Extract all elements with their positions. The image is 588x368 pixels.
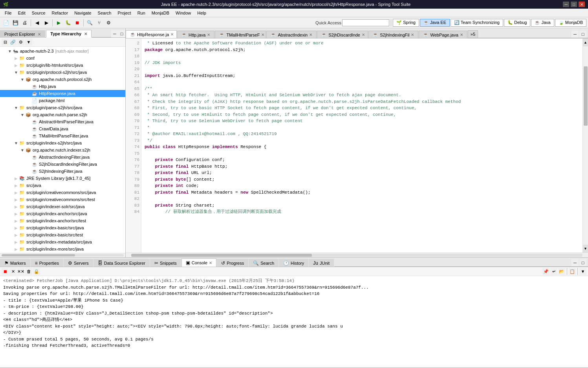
tree-item-httpresponse[interactable]: ▶ ☕ HttpResponse.java xyxy=(0,90,125,97)
tab-project-explorer[interactable]: Project Explorer ✕ xyxy=(0,30,45,38)
tree-item-parse[interactable]: ▼ 📁 src/plugin/parse-s2jh/src/java xyxy=(0,104,125,111)
toolbar-settings[interactable]: ⚙ xyxy=(104,18,113,27)
code-vscroll[interactable]: ▲ ▼ xyxy=(583,38,588,253)
maximize-button[interactable]: □ xyxy=(571,2,577,7)
tab-type-hierarchy-close[interactable]: ✕ xyxy=(84,32,87,36)
bottom-tab-markers[interactable]: ⚑ Markers xyxy=(0,259,30,267)
tree-item-conf[interactable]: ▶ 📁 conf xyxy=(0,55,125,62)
tree-item-cc-java[interactable]: ▶ 📁 src/plugin/creativecommons/src/java xyxy=(0,189,125,196)
editor-tab-tmall[interactable]: ☕ TMallHtmlParseF ✕ xyxy=(215,31,266,38)
bottom-tab-datasource[interactable]: 🗄 Data Source Explorer xyxy=(93,259,150,267)
menu-refactor[interactable]: Refactor xyxy=(49,10,71,16)
tab-project-explorer-close[interactable]: ✕ xyxy=(38,32,41,37)
bottom-tab-servers[interactable]: ⚙ Servers xyxy=(64,259,93,267)
tree-item-indexer-package[interactable]: ▼ 📦 org.apache.nutch.indexer.s2jh xyxy=(0,146,125,154)
editor-tab-webpage[interactable]: ☕ WebPage.java ✕ xyxy=(419,31,467,38)
menu-run[interactable]: Run xyxy=(134,10,148,16)
editor-tab-overflow[interactable]: »5 xyxy=(468,30,478,38)
tree-root[interactable]: ▼ 🐜 apache-nutch-2.3 [nutch-ajax master] xyxy=(0,48,125,55)
minimize-button[interactable]: ─ xyxy=(563,2,569,7)
bottom-tab-snippets[interactable]: ✂ Snippets xyxy=(150,259,181,267)
panel-menu-btn[interactable]: ▼ xyxy=(25,38,32,46)
tree-item-src-java[interactable]: ▶ 📁 src/java xyxy=(0,182,125,189)
tree-toggle-root[interactable]: ▼ xyxy=(7,48,13,54)
tree-item-package-s2jh[interactable]: ▼ 📦 org.apache.nutch.protocol.s2jh xyxy=(0,76,125,83)
tree-item-htmlunit[interactable]: ▶ 📁 src/plugin/lib-htmlunit/src/java xyxy=(0,62,125,69)
editor-tab-httpresponse-close[interactable]: ✕ xyxy=(170,32,174,37)
menu-edit[interactable]: Edit xyxy=(15,10,29,16)
tree-item-package-html[interactable]: ▶ 📄 package.html xyxy=(0,97,125,104)
tree-item-protocol[interactable]: ▼ 📁 src/plugin/protocol-s2jh/src/java xyxy=(0,69,125,76)
toolbar-new[interactable]: 📄 xyxy=(2,18,10,27)
tree-item-cc-test[interactable]: ▶ 📁 src/plugin/creativecommons/src/test xyxy=(0,196,125,203)
tree-item-jre[interactable]: ▶ 📚 JRE System Library [jdk1.7.0_45] xyxy=(0,175,125,182)
console-clear-btn[interactable]: 🗑 xyxy=(25,268,32,275)
console-copy-btn[interactable]: 📋 xyxy=(569,268,576,275)
tree-item-crawldata[interactable]: ▶ ☕ CrawlData.java xyxy=(0,125,125,132)
bottom-tab-search[interactable]: 🔍 Search xyxy=(249,259,278,267)
vscroll-track[interactable] xyxy=(583,46,588,245)
bottom-maximize-btn[interactable]: □ xyxy=(579,259,586,266)
editor-tab-http-close[interactable]: ✕ xyxy=(207,33,210,37)
link-editor-btn[interactable]: 🔗 xyxy=(9,38,16,46)
tree-item-tmall[interactable]: ▶ ☕ TMallHtmlParseFilter.java xyxy=(0,132,125,139)
tree-item-anchor-java[interactable]: ▶ 📁 src/plugin/index-anchor/src/java xyxy=(0,210,125,217)
code-editor[interactable]: 2 17 18 19 20 21 64 65 66 67 68 69 70 71… xyxy=(126,38,588,253)
perspective-debug[interactable]: 🐛 Debug xyxy=(504,19,530,27)
menu-window[interactable]: Window xyxy=(172,10,194,16)
bottom-tab-history[interactable]: 🕐 History xyxy=(279,259,308,267)
tree-item-parse-package[interactable]: ▼ 📦 org.apache.nutch.parse.s2jh xyxy=(0,111,125,118)
tree-item-abstractindex[interactable]: ▶ ☕ AbstractIndexingFilter.java xyxy=(0,154,125,161)
console-scroll-lock-btn[interactable]: 🔒 xyxy=(33,268,40,275)
editor-tab-s2jhindex[interactable]: ☕ S2jhIndexingFil ✕ xyxy=(368,31,418,38)
bottom-minimize-btn[interactable]: ─ xyxy=(572,259,579,266)
bottom-tab-properties[interactable]: ≡ Properties xyxy=(31,259,63,267)
editor-tab-s2jhindex-close[interactable]: ✕ xyxy=(411,33,414,37)
toolbar-save[interactable]: 💾 xyxy=(11,18,20,27)
bottom-tab-console[interactable]: ▣ Console ✕ xyxy=(181,258,216,267)
editor-tab-abstract[interactable]: ☕ AbstractIndexin ✕ xyxy=(266,31,317,38)
editor-tab-tmall-close[interactable]: ✕ xyxy=(261,33,264,37)
perspective-java[interactable]: ☕ Java xyxy=(531,19,554,27)
bottom-tab-junit[interactable]: Ju JUnit xyxy=(309,259,334,267)
quick-access-input[interactable] xyxy=(342,19,389,26)
console-word-wrap-btn[interactable]: ↵ xyxy=(550,268,557,275)
editor-minimize-btn[interactable]: ─ xyxy=(572,31,579,38)
console-menu-btn[interactable]: ▼ xyxy=(579,268,586,275)
vscroll-up[interactable]: ▲ xyxy=(583,38,588,46)
tree-item-anchor-test[interactable]: ▶ 📁 src/plugin/index-anchor/src/test xyxy=(0,217,125,224)
editor-tab-webpage-close[interactable]: ✕ xyxy=(460,33,463,37)
bottom-tab-progress[interactable]: ↺ Progress xyxy=(217,259,248,267)
menu-file[interactable]: File xyxy=(2,10,15,16)
panel-maximize[interactable]: □ xyxy=(118,30,125,37)
perspective-team-sync[interactable]: 🔄 Team Synchronizing xyxy=(451,19,503,27)
toolbar-search[interactable]: 🔍 xyxy=(85,18,94,27)
toolbar-back[interactable]: ◀ xyxy=(33,18,41,27)
menu-project[interactable]: Project xyxy=(114,10,134,16)
toolbar-print[interactable]: 🖨 xyxy=(20,18,29,27)
toolbar-git[interactable]: ⑂ xyxy=(95,18,103,27)
vscroll-down[interactable]: ▼ xyxy=(583,245,588,253)
editor-tab-s2jhdisc-close[interactable]: ✕ xyxy=(362,33,365,37)
tree-item-more-java[interactable]: ▶ 📁 src/plugin/index-more/src/java xyxy=(0,245,125,253)
console-remove-all-btn[interactable]: ✕✕ xyxy=(17,268,24,275)
panel-settings-btn[interactable]: ⚙ xyxy=(17,38,24,46)
console-pin-btn[interactable]: 📌 xyxy=(542,268,550,275)
bottom-tab-console-close[interactable]: ✕ xyxy=(209,261,212,265)
editor-tab-http[interactable]: ☕ Http.java ✕ xyxy=(177,31,214,38)
perspective-java-ee[interactable]: ☕ Java EE xyxy=(420,19,450,27)
console-stop-btn[interactable]: ⏹ xyxy=(2,268,9,275)
vscroll-thumb[interactable] xyxy=(584,66,588,126)
tree-item-s2jhindex[interactable]: ▶ ☕ S2jhIndexingFilter.java xyxy=(0,168,125,175)
perspective-spring[interactable]: 🌱 Spring xyxy=(393,19,419,27)
toolbar-run[interactable]: ▶ xyxy=(54,18,63,27)
menu-navigate[interactable]: Navigate xyxy=(71,10,94,16)
tree-item-basic-java[interactable]: ▶ 📁 src/plugin/index-basic/src/java xyxy=(0,224,125,231)
tree-item-metadata[interactable]: ▶ 📁 src/plugin/index-metadata/src/java xyxy=(0,238,125,245)
editor-tab-httpresponse[interactable]: ☕ HttpResponse.ja ✕ xyxy=(126,30,177,38)
editor-tab-s2jhdisc[interactable]: ☕ S2jhDiscardInde ✕ xyxy=(317,31,368,38)
menu-help[interactable]: Help xyxy=(194,10,209,16)
editor-maximize-btn[interactable]: □ xyxy=(579,31,586,38)
collapse-all-btn[interactable]: ⊟ xyxy=(2,38,9,46)
menu-search[interactable]: Search xyxy=(95,10,115,16)
